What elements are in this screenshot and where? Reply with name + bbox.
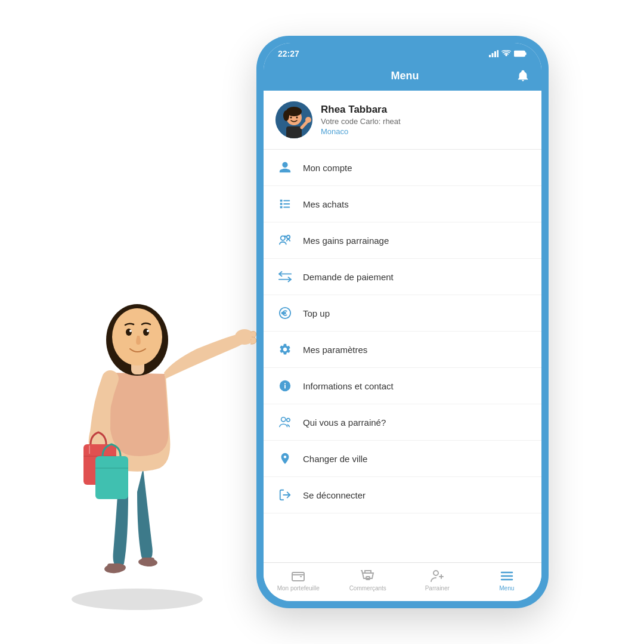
nav-label-parrainer: Parrainer — [425, 585, 450, 592]
nav-item-parrainer[interactable]: Parrainer — [402, 569, 472, 592]
svg-point-41 — [72, 589, 203, 610]
svg-rect-0 — [489, 55, 491, 57]
info-icon — [277, 377, 293, 394]
list-icon — [277, 196, 293, 212]
menu-nav-icon — [500, 569, 514, 583]
person-group-icon — [277, 414, 293, 431]
shop-nav-icon — [361, 569, 375, 583]
wifi-icon — [501, 50, 511, 57]
phone-screen: 22:27 — [264, 43, 541, 601]
svg-rect-18 — [283, 200, 290, 202]
svg-rect-45 — [141, 558, 154, 565]
profile-card: Rhea Tabbara Votre code Carlo: rheat Mon… — [264, 91, 541, 150]
svg-rect-16 — [280, 203, 283, 205]
woman-illustration — [18, 182, 256, 611]
avatar — [275, 101, 312, 138]
transfer-icon — [277, 268, 293, 285]
svg-rect-5 — [525, 52, 527, 55]
profile-info: Rhea Tabbara Votre code Carlo: rheat Mon… — [321, 104, 401, 136]
svg-point-9 — [283, 110, 289, 121]
battery-icon — [514, 50, 527, 57]
svg-point-53 — [143, 329, 149, 336]
svg-rect-15 — [280, 200, 283, 202]
svg-rect-10 — [286, 126, 302, 138]
bottom-nav: Mon portefeuille Commerçants — [264, 562, 541, 601]
svg-point-12 — [305, 117, 311, 123]
menu-item-top-up[interactable]: Top up — [264, 295, 541, 332]
euro-icon — [277, 305, 293, 321]
svg-rect-19 — [283, 203, 290, 205]
svg-rect-43 — [107, 564, 120, 571]
phone-frame: 22:27 — [256, 36, 549, 608]
profile-code: Votre code Carlo: rheat — [321, 117, 401, 126]
menu-label: Changer de ville — [303, 454, 367, 464]
menu-label: Mes achats — [303, 199, 349, 209]
app-header: Menu — [264, 63, 541, 91]
referral-icon — [277, 232, 293, 249]
svg-rect-33 — [292, 572, 304, 581]
menu-item-demande-paiement[interactable]: Demande de paiement — [264, 259, 541, 295]
nav-label-menu: Menu — [499, 585, 514, 592]
svg-rect-4 — [514, 51, 525, 56]
svg-point-30 — [281, 417, 286, 422]
svg-rect-1 — [492, 53, 494, 57]
menu-item-changer-ville[interactable]: Changer de ville — [264, 441, 541, 477]
svg-point-22 — [287, 236, 290, 239]
header-title: Menu — [391, 70, 419, 82]
nav-item-portefeuille[interactable]: Mon portefeuille — [264, 569, 333, 592]
menu-list: Mon compte Mes achats — [264, 150, 541, 562]
nav-label-commercants: Commerçants — [349, 585, 386, 592]
svg-rect-17 — [280, 206, 283, 209]
menu-label: Informations et contact — [303, 381, 394, 391]
svg-point-54 — [129, 330, 132, 332]
svg-point-52 — [126, 329, 132, 336]
menu-item-mes-achats[interactable]: Mes achats — [264, 186, 541, 222]
person-icon — [277, 159, 293, 176]
svg-rect-3 — [497, 50, 499, 57]
signal-icon — [489, 50, 499, 57]
status-time: 22:27 — [278, 49, 299, 58]
svg-point-31 — [287, 419, 290, 422]
menu-label: Demande de paiement — [303, 272, 394, 282]
svg-rect-20 — [283, 207, 290, 208]
profile-city: Monaco — [321, 127, 401, 136]
avatar-image — [275, 101, 312, 138]
menu-label: Qui vous a parrainé? — [303, 417, 386, 428]
menu-item-deconnecter[interactable]: Se déconnecter — [264, 477, 541, 513]
menu-item-mon-compte[interactable]: Mon compte — [264, 150, 541, 186]
menu-label: Mes paramètres — [303, 345, 367, 355]
logout-icon — [277, 487, 293, 503]
nav-item-menu[interactable]: Menu — [472, 569, 542, 592]
wallet-nav-icon — [291, 569, 305, 583]
menu-item-mes-parametres[interactable]: Mes paramètres — [264, 332, 541, 368]
menu-label: Top up — [303, 308, 330, 318]
svg-rect-58 — [95, 456, 128, 499]
menu-label: Se déconnecter — [303, 490, 366, 500]
svg-point-35 — [434, 571, 438, 575]
nav-item-commercants[interactable]: Commerçants — [333, 569, 403, 592]
location-icon — [277, 450, 293, 467]
menu-label: Mon compte — [303, 163, 352, 173]
menu-item-informations[interactable]: Informations et contact — [264, 368, 541, 404]
svg-point-55 — [147, 330, 149, 332]
menu-item-qui-parraine[interactable]: Qui vous a parrainé? — [264, 404, 541, 441]
nav-label-portefeuille: Mon portefeuille — [277, 585, 320, 592]
svg-rect-2 — [494, 51, 496, 57]
phone-notch — [367, 49, 438, 63]
menu-label: Mes gains parrainage — [303, 236, 389, 246]
gear-icon — [277, 341, 293, 358]
person-add-nav-icon — [430, 569, 444, 583]
svg-point-14 — [296, 117, 298, 119]
status-icons — [489, 50, 527, 57]
menu-item-mes-gains[interactable]: Mes gains parrainage — [264, 222, 541, 259]
bell-icon[interactable] — [516, 69, 530, 82]
svg-point-13 — [290, 117, 292, 119]
profile-name: Rhea Tabbara — [321, 104, 401, 116]
